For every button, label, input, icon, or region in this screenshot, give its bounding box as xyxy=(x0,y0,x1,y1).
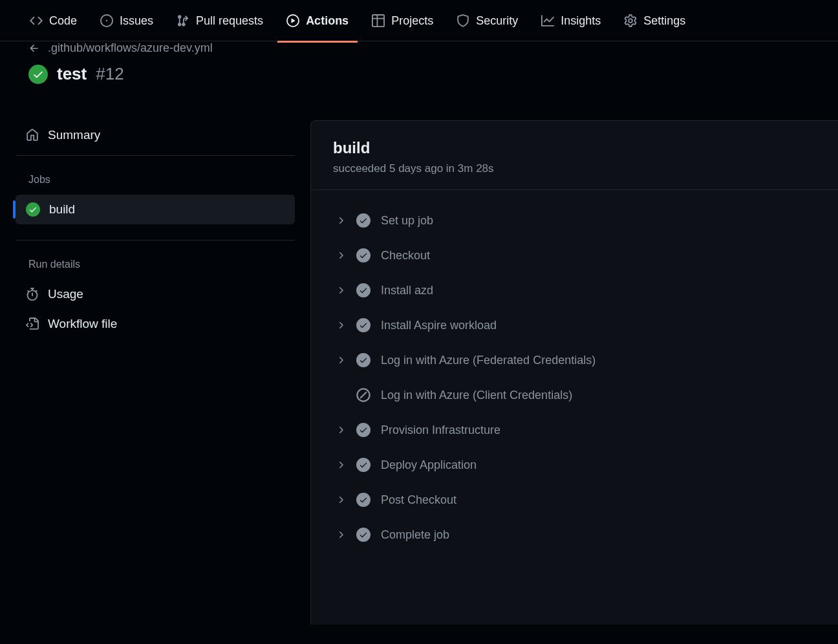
sidebar-workflow-file-label: Workflow file xyxy=(48,317,117,331)
chevron-right-icon xyxy=(336,425,346,435)
code-icon xyxy=(30,14,43,27)
job-header: build succeeded 5 days ago in 3m 28s xyxy=(311,121,838,190)
job-title: build xyxy=(333,139,816,157)
steps-list: Set up jobCheckoutInstall azdInstall Asp… xyxy=(311,190,838,565)
breadcrumb-text: .github/workflows/azure-dev.yml xyxy=(48,41,213,55)
nav-label: Issues xyxy=(120,15,153,27)
nav-settings[interactable]: Settings xyxy=(615,8,694,34)
run-header: .github/workflows/azure-dev.yml test #12 xyxy=(0,41,838,102)
step-row[interactable]: Checkout xyxy=(323,238,826,273)
step-name: Provision Infrastructure xyxy=(381,424,500,437)
repo-nav: Code Issues Pull requests Actions Projec… xyxy=(0,0,838,41)
status-success-icon xyxy=(356,318,371,332)
step-name: Install Aspire workload xyxy=(381,319,497,332)
status-skipped-icon xyxy=(356,388,371,402)
jobs-heading: Jobs xyxy=(16,169,295,195)
home-icon xyxy=(26,129,39,142)
status-success-icon xyxy=(356,248,371,263)
chevron-right-icon xyxy=(336,530,346,540)
run-number: #12 xyxy=(96,64,124,84)
status-success-icon xyxy=(356,493,371,507)
step-name: Install azd xyxy=(381,284,433,297)
arrow-left-icon xyxy=(28,43,40,54)
status-success-icon xyxy=(356,458,371,472)
pr-icon xyxy=(177,14,189,27)
sidebar-usage-label: Usage xyxy=(48,287,83,301)
chevron-right-icon xyxy=(336,215,346,226)
step-row[interactable]: Set up job xyxy=(323,203,826,238)
gear-icon xyxy=(624,14,637,27)
step-name: Checkout xyxy=(381,249,430,263)
nav-security[interactable]: Security xyxy=(447,8,527,34)
step-row[interactable]: Install azd xyxy=(323,273,826,308)
status-success-icon xyxy=(356,528,371,542)
chevron-right-icon xyxy=(336,285,346,295)
nav-insights[interactable]: Insights xyxy=(532,8,610,34)
play-icon xyxy=(286,14,299,27)
step-name: Set up job xyxy=(381,214,433,228)
sidebar-usage[interactable]: Usage xyxy=(16,279,295,309)
graph-icon xyxy=(541,14,554,27)
step-name: Deploy Application xyxy=(381,458,477,472)
step-row[interactable]: Complete job xyxy=(323,517,826,552)
file-code-icon xyxy=(26,317,39,330)
sidebar: Summary Jobs build Run details Usage Wor… xyxy=(0,120,310,625)
sidebar-job-build[interactable]: build xyxy=(16,195,295,224)
breadcrumb[interactable]: .github/workflows/azure-dev.yml xyxy=(28,41,822,55)
chevron-right-icon xyxy=(336,355,346,365)
step-row[interactable]: Post Checkout xyxy=(323,482,826,517)
step-row[interactable]: Log in with Azure (Client Credentials) xyxy=(323,378,826,413)
divider xyxy=(16,240,295,241)
projects-icon xyxy=(372,14,385,27)
nav-label: Settings xyxy=(643,15,685,27)
status-success-icon xyxy=(356,213,371,228)
shield-icon xyxy=(457,14,469,27)
step-name: Log in with Azure (Federated Credentials… xyxy=(381,354,596,367)
chevron-right-icon xyxy=(336,250,346,261)
status-success-icon xyxy=(26,202,40,217)
status-success-icon xyxy=(356,423,371,437)
sidebar-workflow-file[interactable]: Workflow file xyxy=(16,309,295,339)
run-details-heading: Run details xyxy=(16,253,295,279)
step-row[interactable]: Install Aspire workload xyxy=(323,308,826,343)
nav-projects[interactable]: Projects xyxy=(363,8,442,34)
step-name: Log in with Azure (Client Credentials) xyxy=(381,389,572,402)
step-row[interactable]: Log in with Azure (Federated Credentials… xyxy=(323,343,826,378)
nav-label: Code xyxy=(49,15,77,27)
step-name: Complete job xyxy=(381,528,449,542)
chevron-right-icon xyxy=(336,460,346,470)
step-row[interactable]: Deploy Application xyxy=(323,447,826,482)
step-row[interactable]: Provision Infrastructure xyxy=(323,413,826,447)
nav-label: Pull requests xyxy=(196,15,263,27)
nav-label: Insights xyxy=(561,15,601,27)
stopwatch-icon xyxy=(26,288,39,301)
chevron-right-icon xyxy=(336,495,346,505)
chevron-right-icon xyxy=(336,320,346,330)
sidebar-summary-label: Summary xyxy=(48,128,100,142)
sidebar-job-label: build xyxy=(49,202,75,217)
status-success-icon xyxy=(28,65,48,84)
sidebar-summary[interactable]: Summary xyxy=(16,120,295,150)
nav-label: Actions xyxy=(306,15,349,27)
issue-icon xyxy=(100,14,113,27)
status-success-icon xyxy=(356,353,371,367)
nav-code[interactable]: Code xyxy=(21,8,86,34)
nav-actions[interactable]: Actions xyxy=(277,8,358,34)
nav-issues[interactable]: Issues xyxy=(91,8,162,34)
run-title: test xyxy=(57,64,87,84)
nav-label: Projects xyxy=(391,15,433,27)
nav-label: Security xyxy=(476,15,518,27)
step-name: Post Checkout xyxy=(381,493,457,507)
job-panel: build succeeded 5 days ago in 3m 28s Set… xyxy=(310,120,838,625)
job-meta: succeeded 5 days ago in 3m 28s xyxy=(333,162,816,175)
nav-pull-requests[interactable]: Pull requests xyxy=(167,8,272,34)
divider xyxy=(16,155,295,156)
run-title-row: test #12 xyxy=(28,64,822,84)
status-success-icon xyxy=(356,283,371,297)
